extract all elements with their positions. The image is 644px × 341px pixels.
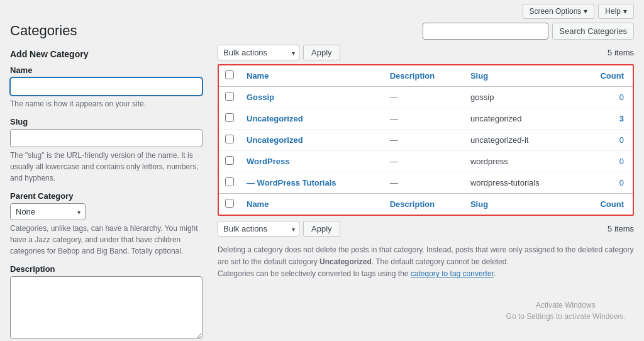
row-checkbox-4[interactable] [225, 177, 234, 186]
table-header-row: Name Description Slug Count [219, 65, 633, 87]
table-header: Name Description Slug Count [219, 65, 633, 87]
parent-select[interactable]: None [10, 203, 86, 220]
row-name: WordPress [240, 151, 384, 172]
parent-select-wrapper: None ▾ [10, 203, 86, 220]
bulk-select-wrapper-bottom: Bulk actions ▾ [218, 221, 299, 237]
search-button[interactable]: Search Categories [552, 23, 634, 40]
help-button[interactable]: Help ▾ [598, 4, 634, 19]
description-textarea[interactable] [10, 276, 203, 339]
row-description: — [384, 172, 464, 194]
table-body: Gossip — gossip 0 Uncategorized — uncate… [219, 87, 633, 194]
apply-button-bottom[interactable]: Apply [303, 221, 340, 237]
apply-label-bottom: Apply [311, 224, 332, 233]
parent-label: Parent Category [10, 191, 203, 201]
row-description: — [384, 108, 464, 130]
row-slug-value: uncategorized-it [470, 135, 529, 145]
screen-options-chevron-icon: ▾ [584, 7, 587, 16]
header-name[interactable]: Name [240, 65, 384, 87]
footer-text3: Categories can be selectively converted … [218, 269, 411, 278]
row-checkbox-2[interactable] [225, 135, 234, 143]
table-row: Gossip — gossip 0 [219, 87, 633, 108]
right-panel: Search Categories Bulk actions ▾ Apply 5… [218, 23, 634, 341]
row-count: 3 [579, 108, 633, 130]
header-count[interactable]: Count [579, 65, 633, 87]
main-content: Categories Add New Category Name The nam… [0, 23, 644, 341]
row-checkbox-cell [219, 108, 240, 130]
help-chevron-icon: ▾ [623, 7, 627, 16]
row-slug: wordpress-tutorials [464, 172, 579, 194]
footer-description: Description [384, 194, 464, 215]
row-name: Uncategorized [240, 130, 384, 151]
description-label: Description [10, 264, 203, 274]
row-description: — [384, 87, 464, 108]
row-name: Gossip [240, 87, 384, 108]
row-name: Uncategorized [240, 108, 384, 130]
row-checkbox-cell [219, 130, 240, 151]
category-name-link-1[interactable]: Uncategorized [247, 114, 303, 123]
row-slug-value: wordpress [470, 157, 508, 166]
category-tag-converter-link[interactable]: category to tag converter [411, 269, 494, 278]
slug-label: Slug [10, 117, 203, 126]
search-bar: Search Categories [218, 23, 634, 40]
row-slug-value: gossip [470, 92, 494, 102]
row-description: — [384, 130, 464, 151]
search-input[interactable] [423, 23, 548, 40]
row-name: — WordPress Tutorials [240, 172, 384, 194]
items-count-bottom: 5 items [608, 224, 634, 233]
row-description-value: — [390, 178, 398, 187]
row-description: — [384, 151, 464, 172]
row-slug-value: uncategorized [470, 114, 522, 123]
category-name-link-0[interactable]: Gossip [247, 92, 274, 102]
categories-table-wrapper: Name Description Slug Count Gossip — gos… [218, 64, 634, 216]
slug-input[interactable] [10, 129, 203, 147]
row-slug: wordpress [464, 151, 579, 172]
row-checkbox-0[interactable] [225, 92, 234, 101]
row-slug: gossip [464, 87, 579, 108]
categories-table: Name Description Slug Count Gossip — gos… [219, 65, 633, 215]
description-form-group: Description The description is not promi… [10, 264, 203, 341]
bulk-actions-select-bottom[interactable]: Bulk actions [218, 221, 299, 237]
slug-form-group: Slug The "slug" is the URL-friendly vers… [10, 117, 203, 184]
row-description-value: — [390, 157, 398, 166]
table-footer: Name Description Slug Count [219, 194, 633, 215]
name-input[interactable] [10, 77, 203, 96]
bulk-actions-select-top[interactable]: Bulk actions [218, 45, 299, 60]
apply-button-top[interactable]: Apply [303, 45, 340, 60]
row-slug: uncategorized [464, 108, 579, 130]
row-count: 0 [579, 130, 633, 151]
row-checkbox-cell [219, 172, 240, 194]
select-all-checkbox-bottom[interactable] [225, 199, 234, 208]
table-row: WordPress — wordpress 0 [219, 151, 633, 172]
bulk-actions-bar-top: Bulk actions ▾ Apply 5 items [218, 45, 634, 60]
category-name-link-2[interactable]: Uncategorized [247, 135, 303, 145]
help-label: Help [605, 7, 621, 16]
row-count: 0 [579, 172, 633, 194]
footer-note: Deleting a category does not delete the … [218, 244, 634, 281]
slug-help: The "slug" is the URL-friendly version o… [10, 150, 203, 184]
row-checkbox-3[interactable] [225, 156, 234, 165]
left-panel: Categories Add New Category Name The nam… [10, 23, 218, 341]
footer-bold-text: Uncategorized [319, 257, 372, 266]
header-description[interactable]: Description [384, 65, 464, 87]
footer-text2: . The default category cannot be deleted… [372, 257, 509, 266]
header-slug[interactable]: Slug [464, 65, 579, 87]
top-bar: Screen Options ▾ Help ▾ [0, 0, 644, 23]
select-all-checkbox[interactable] [225, 70, 234, 79]
category-name-link-4[interactable]: — WordPress Tutorials [247, 178, 336, 187]
row-description-value: — [390, 114, 398, 123]
table-row: Uncategorized — uncategorized 3 [219, 108, 633, 130]
row-checkbox-cell [219, 87, 240, 108]
search-button-label: Search Categories [559, 26, 627, 36]
bulk-select-wrapper-top: Bulk actions ▾ [218, 45, 299, 60]
add-new-section-title: Add New Category [10, 49, 203, 59]
apply-label-top: Apply [311, 48, 332, 57]
name-help: The name is how it appears on your site. [10, 98, 203, 109]
row-description-value: — [390, 92, 398, 102]
name-label: Name [10, 65, 203, 75]
screen-options-label: Screen Options [530, 7, 582, 16]
screen-options-button[interactable]: Screen Options ▾ [523, 4, 595, 19]
footer-note-line2: Categories can be selectively converted … [218, 268, 634, 280]
row-checkbox-1[interactable] [225, 113, 234, 122]
row-slug-value: wordpress-tutorials [470, 178, 540, 187]
category-name-link-3[interactable]: WordPress [247, 157, 289, 166]
